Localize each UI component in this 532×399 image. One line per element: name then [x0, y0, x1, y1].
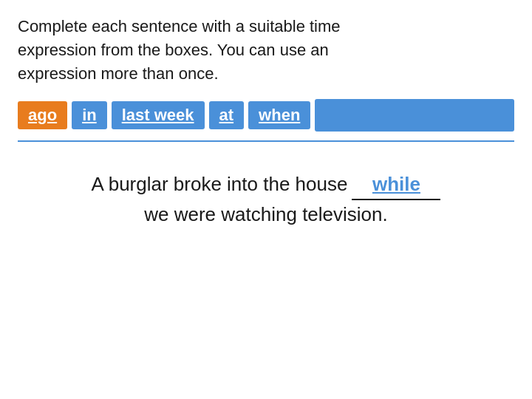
box-last-week[interactable]: last week	[112, 101, 205, 129]
sentence-line1: A burglar broke into the house while	[92, 170, 441, 200]
box-when[interactable]: when	[248, 101, 310, 129]
box-extra	[315, 99, 514, 132]
answer-word: while	[372, 170, 420, 199]
instruction-line3: expression more than once.	[18, 64, 219, 83]
divider	[18, 140, 514, 142]
instruction-text: Complete each sentence with a suitable t…	[18, 15, 514, 86]
sentence-part1: A burglar broke into the house	[92, 170, 348, 199]
boxes-row: ago in last week at when	[18, 99, 514, 132]
sentence-part2: we were watching television.	[144, 200, 388, 229]
instruction-line2: expression from the boxes. You can use a…	[18, 41, 329, 59]
answer-blank: while	[352, 170, 440, 200]
box-ago[interactable]: ago	[18, 101, 67, 129]
page: Complete each sentence with a suitable t…	[0, 0, 532, 399]
sentence-line2: we were watching television.	[144, 200, 388, 229]
box-at[interactable]: at	[209, 101, 245, 129]
sentence-block: A burglar broke into the house while we …	[18, 170, 514, 229]
instruction-line1: Complete each sentence with a suitable t…	[18, 17, 341, 35]
box-in[interactable]: in	[72, 101, 107, 129]
